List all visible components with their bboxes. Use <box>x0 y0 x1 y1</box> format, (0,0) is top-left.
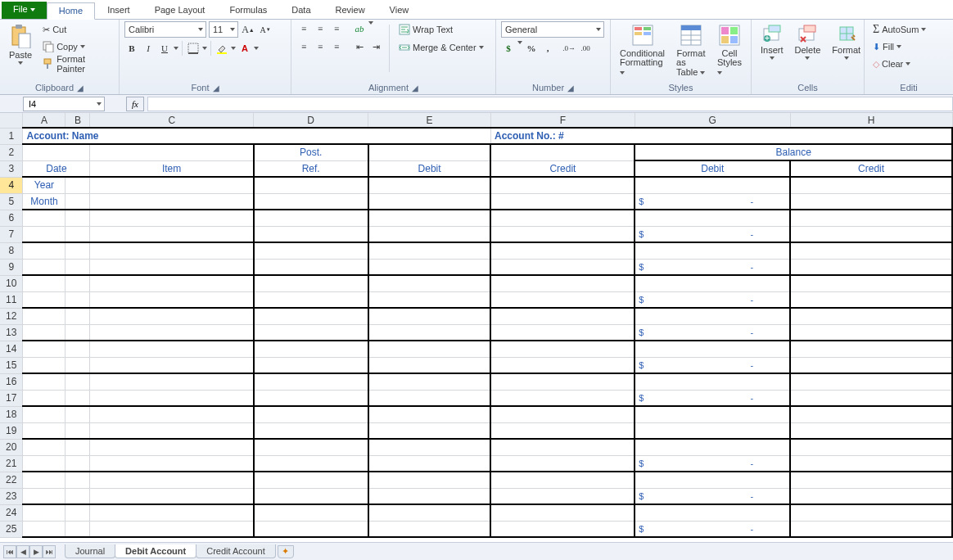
cell[interactable] <box>90 488 254 504</box>
row-header[interactable]: 17 <box>0 390 23 406</box>
cell[interactable]: $- <box>635 488 790 504</box>
row-header[interactable]: 12 <box>0 308 23 324</box>
cell[interactable] <box>635 242 790 259</box>
cell[interactable] <box>65 275 90 291</box>
cell[interactable]: Debit <box>368 160 491 177</box>
cell[interactable] <box>65 341 90 357</box>
name-box[interactable]: I4 <box>23 97 105 111</box>
cell[interactable] <box>635 308 790 324</box>
cell[interactable] <box>65 308 90 324</box>
col-header-F[interactable]: F <box>490 113 635 128</box>
cell[interactable] <box>23 357 65 373</box>
cell[interactable] <box>790 504 952 521</box>
cell[interactable] <box>90 373 254 390</box>
cell[interactable] <box>65 422 90 439</box>
copy-button[interactable]: Copy <box>39 38 114 55</box>
cell[interactable] <box>254 521 368 537</box>
borders-button[interactable] <box>186 41 201 56</box>
cell[interactable] <box>23 242 65 259</box>
cell[interactable] <box>790 472 952 488</box>
cell[interactable] <box>254 242 368 259</box>
cell[interactable] <box>90 275 254 291</box>
decrease-font-icon[interactable]: A▼ <box>258 22 273 37</box>
cell[interactable]: Date <box>23 160 90 177</box>
cell[interactable] <box>490 210 635 226</box>
col-header-E[interactable]: E <box>368 113 491 128</box>
cell[interactable] <box>368 144 491 160</box>
cell[interactable] <box>90 357 254 373</box>
tab-insert[interactable]: Insert <box>95 2 142 19</box>
cell[interactable]: $- <box>635 324 790 341</box>
row-header[interactable]: 20 <box>0 439 23 455</box>
cell[interactable] <box>490 373 635 390</box>
cell[interactable] <box>90 193 254 210</box>
row-header[interactable]: 1 <box>0 128 23 144</box>
merge-center-button[interactable]: Merge & Center <box>395 39 487 56</box>
orientation-button[interactable]: ab <box>352 21 367 36</box>
cell[interactable] <box>23 504 65 521</box>
cell[interactable]: $- <box>635 291 790 308</box>
cell[interactable] <box>90 472 254 488</box>
row-header[interactable]: 10 <box>0 275 23 291</box>
row-header[interactable]: 25 <box>0 521 23 537</box>
dialog-launcher-icon[interactable]: ◢ <box>412 84 418 93</box>
row-header[interactable]: 4 <box>0 177 23 193</box>
cell[interactable] <box>90 291 254 308</box>
cell[interactable] <box>368 291 491 308</box>
cell[interactable] <box>254 210 368 226</box>
file-tab[interactable]: File <box>2 2 47 19</box>
row-header[interactable]: 24 <box>0 504 23 521</box>
cell[interactable]: Year <box>23 177 65 193</box>
cell[interactable] <box>790 357 952 373</box>
paste-button[interactable]: Paste <box>5 21 36 67</box>
cell[interactable] <box>65 193 90 210</box>
fill-color-button[interactable] <box>215 41 229 56</box>
cell[interactable] <box>65 472 90 488</box>
cell[interactable] <box>90 308 254 324</box>
cell[interactable] <box>490 341 635 357</box>
cell[interactable]: Ref. <box>254 160 368 177</box>
new-sheet-button[interactable]: ✦ <box>278 545 294 558</box>
cell[interactable] <box>23 324 65 341</box>
cell[interactable] <box>635 472 790 488</box>
chevron-down-icon[interactable] <box>254 47 259 50</box>
cell[interactable] <box>790 259 952 275</box>
cell[interactable] <box>490 390 635 406</box>
col-header-D[interactable]: D <box>254 113 368 128</box>
cell[interactable] <box>65 357 90 373</box>
cell[interactable] <box>368 406 491 422</box>
cell[interactable]: Account No.: # <box>490 128 952 144</box>
font-name-combo[interactable]: Calibri <box>124 21 206 38</box>
chevron-down-icon[interactable] <box>231 47 236 50</box>
cell[interactable] <box>23 390 65 406</box>
cell[interactable] <box>254 341 368 357</box>
cell[interactable] <box>368 341 491 357</box>
cell[interactable] <box>65 373 90 390</box>
cell[interactable] <box>23 259 65 275</box>
cell[interactable] <box>65 324 90 341</box>
cell[interactable] <box>23 488 65 504</box>
row-header[interactable]: 18 <box>0 406 23 422</box>
cell[interactable] <box>23 144 90 160</box>
formula-input[interactable] <box>147 97 953 111</box>
row-header[interactable]: 15 <box>0 357 23 373</box>
sheet-nav-next-icon[interactable]: ▶ <box>29 545 43 558</box>
clear-button[interactable]: ◇Clear <box>869 56 914 72</box>
cell[interactable] <box>65 455 90 472</box>
col-header-B[interactable]: B <box>65 113 90 128</box>
cell[interactable] <box>65 504 90 521</box>
cell[interactable] <box>254 488 368 504</box>
cell[interactable] <box>490 422 635 439</box>
cell[interactable] <box>90 341 254 357</box>
cell[interactable] <box>490 242 635 259</box>
cell[interactable] <box>254 177 368 193</box>
chevron-down-icon[interactable] <box>174 47 178 50</box>
cell[interactable] <box>635 504 790 521</box>
font-color-button[interactable]: A <box>237 41 252 56</box>
cell[interactable] <box>490 226 635 242</box>
cell[interactable] <box>635 373 790 390</box>
row-header[interactable]: 5 <box>0 193 23 210</box>
cell[interactable] <box>90 226 254 242</box>
cell[interactable]: Item <box>90 160 254 177</box>
cell[interactable] <box>254 406 368 422</box>
